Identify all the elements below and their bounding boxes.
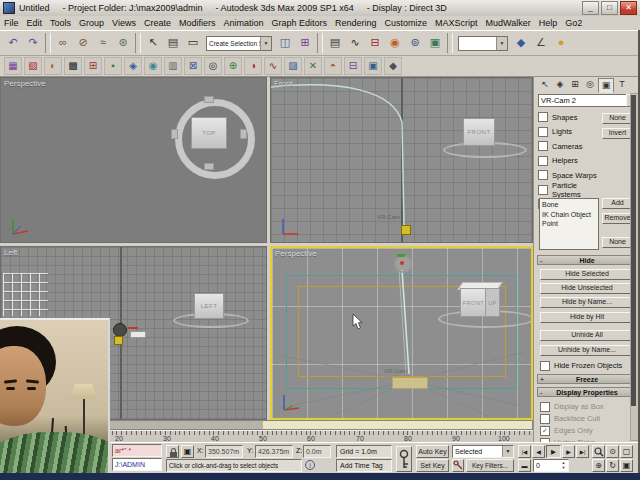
checkbox[interactable]: [540, 361, 550, 371]
extras-icon-16[interactable]: ✕: [304, 57, 322, 75]
curve-editor-icon[interactable]: ∿: [345, 33, 365, 53]
key-mode-toggle[interactable]: ▬: [518, 459, 531, 472]
modify-tab[interactable]: ◈: [553, 78, 567, 91]
select-and-link-icon[interactable]: ∞: [53, 33, 73, 53]
list-item[interactable]: IK Chain Object: [542, 210, 596, 220]
select-object-icon[interactable]: ↖: [143, 33, 163, 53]
menu-item[interactable]: Customize: [381, 18, 432, 28]
info-icon[interactable]: i: [305, 460, 315, 470]
viewport-perspective-active[interactable]: Perspective FRONT: [270, 246, 533, 420]
extras-icon-18[interactable]: ⊟: [344, 57, 362, 75]
play-button[interactable]: ▶: [546, 445, 561, 458]
extras-icon-2[interactable]: ▧: [24, 57, 42, 75]
menu-item[interactable]: Group: [75, 18, 108, 28]
viewport-label[interactable]: Front: [274, 79, 293, 88]
hide-action-button[interactable]: Hide by Hit: [540, 312, 634, 323]
extras-icon-15[interactable]: ▨: [284, 57, 302, 75]
invert-button[interactable]: Invert: [602, 128, 633, 139]
extras-icon-13[interactable]: ◑: [244, 57, 262, 75]
extras-icon-7[interactable]: ◈: [124, 57, 142, 75]
menu-item[interactable]: Graph Editors: [267, 18, 331, 28]
extras-icon-8[interactable]: ◉: [144, 57, 162, 75]
motion-tab[interactable]: ◎: [583, 78, 597, 91]
checkbox[interactable]: [540, 414, 550, 424]
render-setup-icon[interactable]: ⊚: [405, 33, 425, 53]
menu-item[interactable]: Help: [535, 18, 562, 28]
selection-lock-toggle[interactable]: [166, 445, 179, 458]
hide-action-button[interactable]: Hide Unselected: [540, 283, 634, 294]
zoom-all-icon[interactable]: ⊙: [606, 445, 619, 458]
none-button-2[interactable]: None: [602, 237, 633, 248]
selection-region-icon[interactable]: ▭: [183, 33, 203, 53]
hide-frozen-row[interactable]: Hide Frozen Objects: [540, 360, 622, 371]
maximize-viewport-toggle-icon[interactable]: ▣: [620, 459, 633, 472]
named-selection-dropdown[interactable]: ▼: [458, 36, 508, 51]
snaps-toggle-icon[interactable]: ◆: [511, 33, 531, 53]
display-properties-rollout-header[interactable]: - Display Properties: [537, 387, 637, 397]
unlink-selection-icon[interactable]: ⊘: [73, 33, 93, 53]
hide-action-button[interactable]: Unhide by Name...: [540, 345, 634, 356]
display-property-row[interactable]: Backface Cull: [540, 413, 600, 424]
bind-to-space-warp-icon[interactable]: ≈: [93, 33, 113, 53]
set-key-mode-icon-button[interactable]: [452, 459, 464, 472]
menu-item[interactable]: Animation: [219, 18, 267, 28]
viewport-label[interactable]: Perspective: [275, 249, 317, 258]
auto-key-button[interactable]: Auto Key: [416, 445, 449, 458]
chevron-down-icon[interactable]: ▼: [496, 37, 507, 50]
hide-action-button[interactable]: Hide by Name...: [540, 297, 634, 308]
utilities-tab[interactable]: T: [615, 78, 629, 91]
checkbox[interactable]: [538, 127, 548, 137]
freeze-rollout-header[interactable]: + Freeze: [537, 374, 637, 384]
display-tab[interactable]: ▣: [598, 78, 614, 93]
mirror-icon[interactable]: ⊞: [295, 33, 315, 53]
window-crossing-icon[interactable]: ◫: [275, 33, 295, 53]
extras-icon-14[interactable]: ∿: [264, 57, 282, 75]
category-row[interactable]: Particle Systems: [538, 183, 602, 198]
chevron-down-icon[interactable]: ▼: [502, 446, 513, 457]
hide-action-button[interactable]: Hide Selected: [540, 269, 634, 280]
menu-item[interactable]: Create: [140, 18, 175, 28]
close-button[interactable]: ✕: [620, 1, 637, 15]
extras-icon-3[interactable]: ◐: [44, 57, 62, 75]
undo-icon[interactable]: ↶: [3, 33, 23, 53]
menu-item[interactable]: Views: [108, 18, 140, 28]
menu-item[interactable]: MAXScript: [431, 18, 482, 28]
key-filters-button[interactable]: Key Filters...: [466, 459, 514, 472]
zoom-icon[interactable]: [592, 445, 605, 458]
extras-icon-12[interactable]: ⊕: [224, 57, 242, 75]
manipulator-gizmo[interactable]: [394, 255, 412, 273]
angle-snap-icon[interactable]: ∠: [531, 33, 551, 53]
schematic-view-icon[interactable]: ⊟: [365, 33, 385, 53]
extras-icon-10[interactable]: ⊠: [184, 57, 202, 75]
zoom-extents-icon[interactable]: ▢: [620, 445, 633, 458]
category-row[interactable]: Helpers: [538, 154, 602, 169]
current-frame-field[interactable]: 0 ▲▼: [533, 459, 569, 472]
x-coordinate-field[interactable]: 350.507m: [205, 445, 243, 458]
go-to-end-button[interactable]: ▶|: [576, 445, 589, 458]
remove-button[interactable]: Remove: [602, 213, 633, 224]
menu-item[interactable]: Rendering: [331, 18, 381, 28]
category-row[interactable]: Lights: [538, 125, 602, 140]
list-item[interactable]: Bone: [542, 200, 596, 210]
arc-rotate-icon[interactable]: ↻: [606, 459, 619, 472]
extras-icon-19[interactable]: ▣: [364, 57, 382, 75]
key-selection-dropdown[interactable]: Selected ▼: [452, 445, 514, 458]
viewport-perspective-top-left[interactable]: Perspective TOP: [0, 77, 267, 243]
none-button[interactable]: None: [602, 113, 633, 124]
set-key-button[interactable]: Set Key: [416, 459, 449, 472]
redo-icon[interactable]: ↷: [23, 33, 43, 53]
material-editor-icon[interactable]: ◉: [385, 33, 405, 53]
display-property-row[interactable]: Display as Box: [540, 401, 604, 412]
menu-item[interactable]: MudWalker: [482, 18, 535, 28]
extras-icon-5[interactable]: ⊞: [84, 57, 102, 75]
camera-object[interactable]: [114, 336, 123, 345]
rendered-frame-icon[interactable]: ▣: [425, 33, 445, 53]
menu-item[interactable]: Tools: [46, 18, 75, 28]
extras-icon-17[interactable]: ◓: [324, 57, 342, 75]
extras-icon-9[interactable]: ▥: [164, 57, 182, 75]
display-property-row[interactable]: ✓ Edges Only: [540, 425, 593, 436]
menu-item[interactable]: Modifiers: [175, 18, 220, 28]
extras-icon-6[interactable]: ▪: [104, 57, 122, 75]
selection-gear-icon[interactable]: ⊛: [113, 33, 133, 53]
hide-rollout-header[interactable]: - Hide: [537, 255, 637, 265]
